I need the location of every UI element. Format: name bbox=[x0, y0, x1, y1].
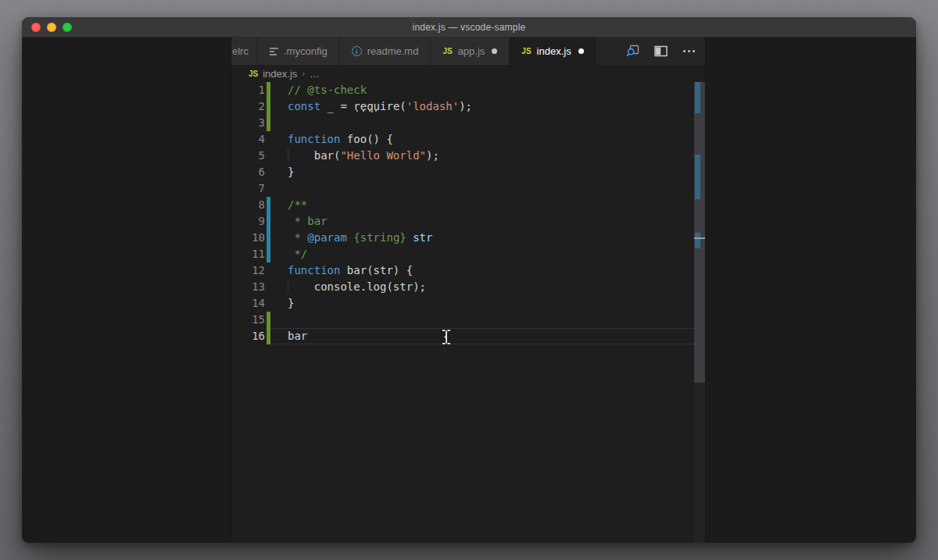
editor-actions bbox=[622, 37, 705, 65]
code-text: /** bbox=[288, 197, 307, 213]
line-number: 13 bbox=[231, 279, 265, 295]
code-line-9[interactable]: 9 * bar bbox=[231, 213, 705, 230]
zoom-window-button[interactable] bbox=[63, 23, 72, 32]
config-file-icon bbox=[270, 48, 278, 55]
gutter-added-bar bbox=[267, 328, 270, 344]
code-text: } bbox=[288, 164, 294, 180]
gutter-added-bar bbox=[267, 98, 270, 115]
code-line-12[interactable]: 12function bar(str) { bbox=[231, 262, 705, 279]
tab-index.js[interactable]: JSindex.js bbox=[510, 37, 596, 65]
code-line-6[interactable]: 6} bbox=[231, 164, 705, 180]
code-line-4[interactable]: 4function foo() { bbox=[231, 131, 705, 148]
code-text: * @param {string} str bbox=[288, 230, 432, 246]
split-editor-icon[interactable] bbox=[650, 41, 671, 62]
line-number: 11 bbox=[231, 246, 265, 262]
left-empty-panel bbox=[22, 37, 231, 543]
tab-label: elrc bbox=[232, 45, 249, 57]
tab-label: index.js bbox=[537, 45, 571, 57]
line-number: 6 bbox=[231, 164, 265, 180]
code-text: function foo() { bbox=[288, 131, 393, 148]
ruler-change-marker bbox=[695, 233, 700, 248]
code-text: * bar bbox=[288, 213, 328, 230]
line-number: 5 bbox=[231, 148, 265, 164]
editor-scrollbar[interactable] bbox=[694, 82, 705, 543]
vscode-window: index.js — vscode-sample elrc.myconfigir… bbox=[22, 17, 916, 543]
line-number: 1 bbox=[231, 82, 265, 98]
line-number: 9 bbox=[231, 213, 265, 230]
code-text: // @ts-check bbox=[288, 82, 367, 98]
code-line-7[interactable]: 7 bbox=[231, 180, 705, 197]
code-line-16[interactable]: 16bar bbox=[231, 328, 705, 344]
tab-strip: elrc.myconfigireadme.mdJSapp.jsJSindex.j… bbox=[231, 37, 596, 65]
code-line-3[interactable]: 3 bbox=[231, 115, 705, 131]
gutter bbox=[265, 148, 288, 164]
gutter bbox=[265, 131, 288, 148]
mouse-ibeam-cursor bbox=[442, 330, 451, 349]
title-bar[interactable]: index.js — vscode-sample bbox=[22, 17, 916, 37]
modified-dot-icon[interactable] bbox=[578, 48, 584, 54]
gutter bbox=[265, 295, 288, 312]
ruler-change-marker bbox=[695, 155, 700, 199]
code-editor[interactable]: 1// @ts-check2const _ = require('lodash'… bbox=[231, 82, 705, 543]
gutter bbox=[265, 213, 288, 230]
gutter-added-bar bbox=[267, 82, 270, 98]
line-number: 15 bbox=[231, 312, 265, 328]
gutter bbox=[265, 115, 288, 131]
open-preview-icon[interactable] bbox=[622, 41, 643, 62]
gutter bbox=[265, 164, 288, 180]
gutter bbox=[265, 328, 288, 344]
js-file-icon: JS bbox=[442, 47, 452, 55]
code-text: const _ = require('lodash'); bbox=[288, 98, 472, 115]
ruler-change-marker bbox=[695, 82, 700, 113]
line-number: 10 bbox=[231, 230, 265, 246]
code-text: bar("Hello World"); bbox=[288, 148, 439, 164]
code-line-11[interactable]: 11 */ bbox=[231, 246, 705, 262]
line-number: 7 bbox=[231, 180, 265, 197]
modified-dot-icon[interactable] bbox=[492, 48, 497, 54]
tab-app.js[interactable]: JSapp.js bbox=[431, 37, 510, 65]
close-window-button[interactable] bbox=[31, 23, 41, 32]
gutter bbox=[265, 98, 288, 115]
code-text: } bbox=[288, 295, 294, 312]
line-number: 16 bbox=[231, 328, 265, 344]
gutter-modified-bar bbox=[267, 246, 270, 262]
right-empty-panel bbox=[705, 37, 916, 543]
workbench: elrc.myconfigireadme.mdJSapp.jsJSindex.j… bbox=[22, 37, 916, 543]
gutter bbox=[265, 82, 288, 98]
code-line-1[interactable]: 1// @ts-check bbox=[231, 82, 705, 98]
info-file-icon: i bbox=[352, 46, 362, 56]
code-line-2[interactable]: 2const _ = require('lodash'); bbox=[231, 98, 705, 115]
minimize-window-button[interactable] bbox=[47, 23, 56, 32]
breadcrumb-symbol-ellipsis[interactable]: … bbox=[310, 68, 320, 80]
code-line-14[interactable]: 14} bbox=[231, 295, 705, 312]
gutter-modified-bar bbox=[267, 230, 270, 246]
code-line-5[interactable]: 5 bar("Hello World"); bbox=[231, 148, 705, 164]
tab-elrc[interactable]: elrc bbox=[231, 37, 258, 65]
gutter bbox=[265, 180, 288, 197]
gutter bbox=[265, 246, 288, 262]
code-lines: 1// @ts-check2const _ = require('lodash'… bbox=[231, 82, 705, 344]
line-number: 4 bbox=[231, 131, 265, 148]
code-line-10[interactable]: 10 * @param {string} str bbox=[231, 230, 705, 246]
overview-cursor-marker bbox=[694, 237, 705, 239]
line-number: 12 bbox=[231, 262, 265, 279]
tab-label: app.js bbox=[458, 45, 485, 57]
tab-bar: elrc.myconfigireadme.mdJSapp.jsJSindex.j… bbox=[231, 37, 705, 65]
tab-label: .myconfig bbox=[284, 45, 328, 57]
window-title: index.js — vscode-sample bbox=[413, 22, 526, 33]
js-file-icon: JS bbox=[521, 47, 531, 55]
code-text: console.log(str); bbox=[288, 279, 426, 295]
more-actions-icon[interactable] bbox=[678, 41, 699, 62]
tab-myconfig[interactable]: .myconfig bbox=[258, 37, 340, 65]
tab-readme.md[interactable]: ireadme.md bbox=[340, 37, 431, 65]
breadcrumb: JS index.js › … bbox=[231, 65, 705, 82]
code-line-8[interactable]: 8/** bbox=[231, 197, 705, 213]
code-line-15[interactable]: 15 bbox=[231, 312, 705, 328]
breadcrumb-file[interactable]: index.js bbox=[263, 68, 297, 80]
gutter-modified-bar bbox=[267, 197, 270, 213]
code-line-13[interactable]: 13 console.log(str); bbox=[231, 279, 705, 295]
line-number: 2 bbox=[231, 98, 265, 115]
gutter bbox=[265, 312, 288, 328]
gutter bbox=[265, 262, 288, 279]
code-text: function bar(str) { bbox=[288, 262, 413, 279]
